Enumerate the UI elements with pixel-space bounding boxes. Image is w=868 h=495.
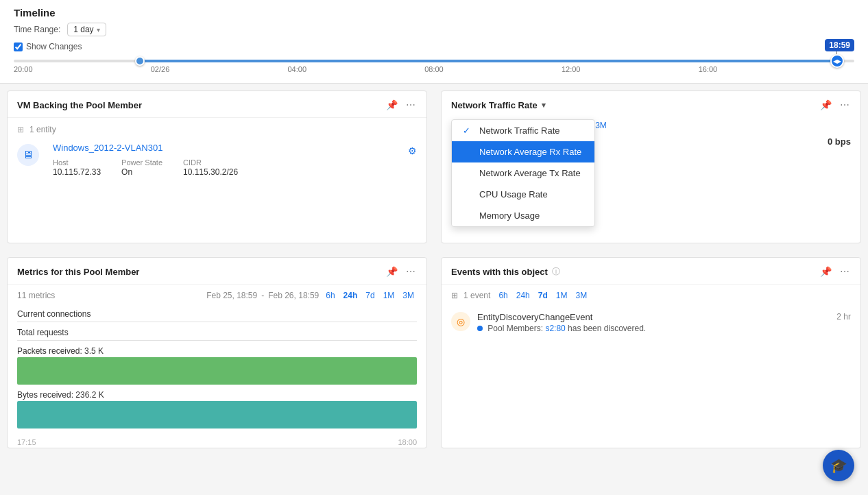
current-connections-line: [17, 322, 417, 322]
network-more-button[interactable]: ⋯: [839, 98, 851, 112]
info-icon: ⓘ: [552, 266, 560, 278]
dropdown-item-cpu[interactable]: CPU Usage Rate: [452, 184, 594, 205]
network-dropdown-wrapper: Network Traffic Rate ▾ ✓ Network Traffic…: [451, 100, 546, 110]
event-title[interactable]: EntityDiscoveryChangeEvent: [477, 312, 830, 322]
dropdown-item-label-2: Network Average Tx Rate: [479, 168, 581, 178]
metrics-pin-button[interactable]: 📌: [385, 265, 399, 278]
events-card-title: Events with this object: [451, 267, 548, 277]
packets-bar-fill: [17, 357, 417, 385]
timeline-label-4: 12:00: [562, 65, 581, 73]
time-range-selector[interactable]: 1 day ▾: [67, 23, 106, 36]
vm-host-prop: Host 10.115.72.33: [53, 158, 101, 177]
vm-entity-count: 1 entity: [29, 125, 56, 134]
vm-cidr-label: CIDR: [183, 158, 238, 167]
metrics-date-dash: -: [261, 291, 264, 300]
vm-power-prop: Power State On: [121, 158, 162, 177]
metrics-chip-7d[interactable]: 7d: [363, 290, 377, 301]
total-requests-label: Total requests: [17, 328, 417, 337]
timeline-label-0: 20:00: [14, 65, 33, 73]
timeline-current-time: 18:59: [825, 39, 854, 51]
vm-gear-icon[interactable]: ⚙: [408, 145, 417, 156]
metrics-chip-1m[interactable]: 1M: [381, 290, 398, 301]
dropdown-item-tx-rate[interactable]: Network Average Tx Rate: [452, 162, 594, 184]
metrics-card: Metrics for this Pool Member 📌 ⋯ 11 metr…: [7, 257, 427, 448]
dropdown-item-label-1: Network Average Rx Rate: [479, 147, 581, 157]
metrics-chip-6h[interactable]: 6h: [323, 290, 337, 301]
vm-props: Host 10.115.72.33 Power State On CIDR 10…: [53, 158, 394, 177]
timeline-track-fill: [140, 60, 838, 62]
vm-card: VM Backing the Pool Member 📌 ⋯ ⊞ 1 entit…: [7, 90, 427, 243]
vm-detail-row: 🖥 Windows_2012-2-VLAN301 Host 10.115.72.…: [8, 138, 426, 186]
dropdown-item-rx-rate[interactable]: Network Average Rx Rate: [452, 141, 594, 162]
metrics-x-axis: 17:15 18:00: [8, 437, 426, 448]
events-chip-6h[interactable]: 6h: [496, 290, 510, 301]
timeline-label-2: 04:00: [287, 65, 306, 73]
check-icon: ✓: [463, 125, 474, 136]
metrics-card-actions: 📌 ⋯: [385, 265, 417, 278]
vm-icon: 🖥: [17, 144, 39, 166]
bytes-bar: [17, 401, 417, 428]
events-chip-7d[interactable]: 7d: [535, 290, 551, 301]
metrics-chart-section: Current connections Total requests Packe…: [8, 306, 426, 437]
events-row: ⊞ 1 event 6h 24h 7d 1M 3M: [442, 285, 860, 306]
dropdown-item-memory[interactable]: Memory Usage: [452, 205, 594, 226]
events-more-button[interactable]: ⋯: [839, 265, 851, 278]
metrics-count: 11 metrics: [17, 291, 55, 300]
event-content: EntityDiscoveryChangeEvent Pool Members:…: [477, 312, 830, 333]
show-changes-text: Show Changes: [26, 42, 82, 51]
event-link[interactable]: s2:80: [545, 324, 565, 333]
chevron-down-icon: ▾: [97, 26, 100, 34]
event-icon: ◎: [451, 312, 470, 331]
vm-name[interactable]: Windows_2012-2-VLAN301: [53, 143, 394, 153]
events-count: 1 event: [463, 291, 490, 300]
event-desc-prefix: Pool Members:: [487, 324, 543, 333]
timeline-track: ◀▶ 18:59: [14, 60, 854, 62]
time-range-value: 1 day: [73, 25, 93, 34]
vm-more-button[interactable]: ⋯: [405, 98, 417, 112]
vm-entity-row: ⊞ 1 entity: [8, 118, 426, 138]
vm-host-label: Host: [53, 158, 101, 167]
events-chip-3m[interactable]: 3M: [572, 290, 590, 301]
metrics-time: Feb 25, 18:59 - Feb 26, 18:59 6h 24h 7d …: [206, 290, 417, 301]
show-changes-label[interactable]: Show Changes: [14, 42, 82, 51]
show-changes-row: Show Changes: [14, 42, 854, 51]
current-connections-label: Current connections: [17, 309, 417, 319]
bytes-label: Bytes received: 236.2 K: [17, 390, 417, 400]
dropdown-item-network-traffic[interactable]: ✓ Network Traffic Rate: [452, 120, 594, 141]
events-pin-button[interactable]: 📌: [819, 265, 833, 278]
vm-pin-button[interactable]: 📌: [385, 98, 399, 112]
bytes-bar-fill: [17, 401, 417, 428]
events-card-actions: 📌 ⋯: [819, 265, 851, 278]
metrics-chip-24h[interactable]: 24h: [341, 290, 361, 301]
timeline-thumb-left[interactable]: [135, 56, 145, 66]
network-card-header: Network Traffic Rate ▾ ✓ Network Traffic…: [442, 91, 860, 117]
events-chip-24h[interactable]: 24h: [514, 290, 533, 301]
network-card-title: Network Traffic Rate: [451, 100, 538, 110]
main-content: VM Backing the Pool Member 📌 ⋯ ⊞ 1 entit…: [0, 84, 868, 455]
event-desc-suffix: has been discovered.: [568, 324, 646, 333]
metrics-card-title: Metrics for this Pool Member: [17, 267, 139, 277]
timeline-label-5: 16:00: [699, 65, 718, 73]
metrics-card-header: Metrics for this Pool Member 📌 ⋯: [8, 258, 426, 285]
metrics-header-row: 11 metrics Feb 25, 18:59 - Feb 26, 18:59…: [8, 285, 426, 306]
show-changes-checkbox[interactable]: [14, 43, 23, 51]
metrics-time-chips: 6h 24h 7d 1M 3M: [323, 290, 417, 301]
packets-bar: [17, 357, 417, 385]
vm-info: Windows_2012-2-VLAN301 Host 10.115.72.33…: [53, 143, 394, 177]
vm-card-actions: 📌 ⋯: [385, 98, 417, 112]
metrics-more-button[interactable]: ⋯: [405, 265, 417, 278]
metrics-date-to: Feb 26, 18:59: [268, 291, 319, 300]
dot-blue-icon: [477, 326, 483, 331]
events-chip-1m[interactable]: 1M: [553, 290, 570, 301]
timeline-slider: ◀▶ 18:59 20:00 02/26 04:00 08:00 12:00 1…: [14, 60, 854, 73]
event-item: ◎ EntityDiscoveryChangeEvent Pool Member…: [442, 306, 860, 339]
vm-cidr-value: 10.115.30.2/26: [183, 167, 238, 177]
event-desc: Pool Members: s2:80 has been discovered.: [477, 324, 830, 333]
vm-host-value[interactable]: 10.115.72.33: [53, 167, 101, 177]
total-requests-line: [17, 340, 417, 341]
timeline-label-3: 08:00: [424, 65, 444, 73]
network-pin-button[interactable]: 📌: [819, 98, 833, 112]
timeline-thumb-right[interactable]: ◀▶: [830, 54, 844, 68]
metrics-chip-3m[interactable]: 3M: [400, 290, 417, 301]
network-dropdown-btn[interactable]: Network Traffic Rate ▾: [451, 100, 546, 110]
